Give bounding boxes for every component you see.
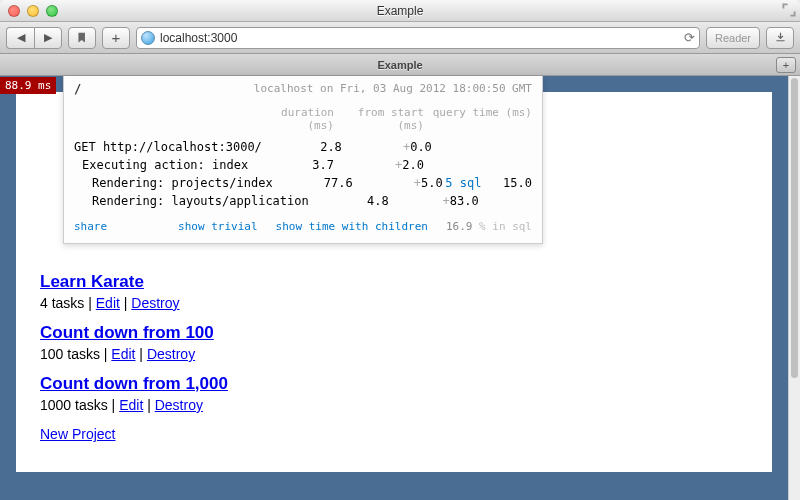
profiler-row-duration: 77.6 bbox=[273, 176, 353, 190]
project-item: Learn Karate4 tasks | Edit | Destroy bbox=[40, 272, 772, 311]
profiler-row[interactable]: Rendering: layouts/application4.8+83.0 bbox=[64, 192, 542, 210]
col-query-time: query time (ms) bbox=[424, 106, 532, 132]
project-title-link[interactable]: Count down from 100 bbox=[40, 323, 214, 342]
project-destroy-link[interactable]: Destroy bbox=[147, 346, 195, 362]
profiler-row[interactable]: Rendering: projects/index77.6+5.05 sql 1… bbox=[64, 174, 542, 192]
profiler-badge[interactable]: 88.9 ms bbox=[0, 77, 56, 94]
profiler-row-duration: 2.8 bbox=[262, 140, 342, 154]
profiler-timestamp: localhost on Fri, 03 Aug 2012 18:00:50 G… bbox=[254, 82, 532, 96]
project-destroy-link[interactable]: Destroy bbox=[131, 295, 179, 311]
profiler-row-from-start: +5.0 bbox=[353, 176, 443, 190]
project-item: Count down from 1,0001000 tasks | Edit |… bbox=[40, 374, 772, 413]
url-text: localhost:3000 bbox=[160, 31, 679, 45]
bookmarks-button[interactable] bbox=[68, 27, 96, 49]
profiler-path: / bbox=[74, 82, 81, 96]
profiler-row-label: Executing action: index bbox=[74, 158, 254, 172]
project-title-link[interactable]: Learn Karate bbox=[40, 272, 144, 291]
profiler-row-query: 5 sql 15.0 bbox=[443, 176, 532, 190]
profiler-row-from-start: +0.0 bbox=[342, 140, 432, 154]
profiler-row-query bbox=[432, 140, 532, 154]
new-tab-button[interactable]: + bbox=[776, 57, 796, 73]
profiler-row-from-start: +83.0 bbox=[389, 194, 479, 208]
project-meta: 4 tasks | Edit | Destroy bbox=[40, 295, 772, 311]
window-titlebar: Example bbox=[0, 0, 800, 22]
col-from-start: from start (ms) bbox=[334, 106, 424, 132]
new-project-link[interactable]: New Project bbox=[40, 426, 115, 442]
url-bar[interactable]: localhost:3000 ⟳ bbox=[136, 27, 700, 49]
scrollbar-thumb[interactable] bbox=[791, 78, 798, 378]
profiler-row[interactable]: GET http://localhost:3000/2.8+0.0 bbox=[64, 138, 542, 156]
fullscreen-icon[interactable] bbox=[782, 3, 796, 17]
vertical-scrollbar[interactable] bbox=[788, 76, 800, 500]
profiler-row[interactable]: Executing action: index3.7+2.0 bbox=[64, 156, 542, 174]
profiler-row-query bbox=[479, 194, 532, 208]
forward-button[interactable]: ▶ bbox=[34, 27, 62, 49]
project-meta: 1000 tasks | Edit | Destroy bbox=[40, 397, 772, 413]
window-title: Example bbox=[0, 4, 800, 18]
profiler-row-label: Rendering: layouts/application bbox=[74, 194, 309, 208]
profiler-row-duration: 4.8 bbox=[309, 194, 389, 208]
profiler-row-duration: 3.7 bbox=[254, 158, 334, 172]
tab-title[interactable]: Example bbox=[0, 59, 800, 71]
project-edit-link[interactable]: Edit bbox=[96, 295, 120, 311]
profiler-row-query bbox=[424, 158, 532, 172]
project-edit-link[interactable]: Edit bbox=[119, 397, 143, 413]
profiler-row-from-start: +2.0 bbox=[334, 158, 424, 172]
project-edit-link[interactable]: Edit bbox=[111, 346, 135, 362]
project-item: Count down from 100100 tasks | Edit | De… bbox=[40, 323, 772, 362]
profiler-panel: / localhost on Fri, 03 Aug 2012 18:00:50… bbox=[63, 76, 543, 244]
back-button[interactable]: ◀ bbox=[6, 27, 34, 49]
tab-bar: Example + bbox=[0, 54, 800, 76]
profiler-share-link[interactable]: share bbox=[74, 220, 107, 233]
globe-icon bbox=[141, 31, 155, 45]
downloads-button[interactable] bbox=[766, 27, 794, 49]
profiler-show-children-link[interactable]: show time with children bbox=[276, 220, 428, 233]
profiler-sql-percent: 16.9 % in sql bbox=[446, 220, 532, 233]
profiler-row-label: Rendering: projects/index bbox=[74, 176, 273, 190]
browser-toolbar: ◀ ▶ + localhost:3000 ⟳ Reader bbox=[0, 22, 800, 54]
project-title-link[interactable]: Count down from 1,000 bbox=[40, 374, 228, 393]
add-button[interactable]: + bbox=[102, 27, 130, 49]
project-meta: 100 tasks | Edit | Destroy bbox=[40, 346, 772, 362]
project-destroy-link[interactable]: Destroy bbox=[155, 397, 203, 413]
profiler-show-trivial-link[interactable]: show trivial bbox=[178, 220, 257, 233]
profiler-row-label: GET http://localhost:3000/ bbox=[74, 140, 262, 154]
reader-button[interactable]: Reader bbox=[706, 27, 760, 49]
col-duration: duration (ms) bbox=[254, 106, 334, 132]
reload-icon[interactable]: ⟳ bbox=[684, 30, 695, 45]
